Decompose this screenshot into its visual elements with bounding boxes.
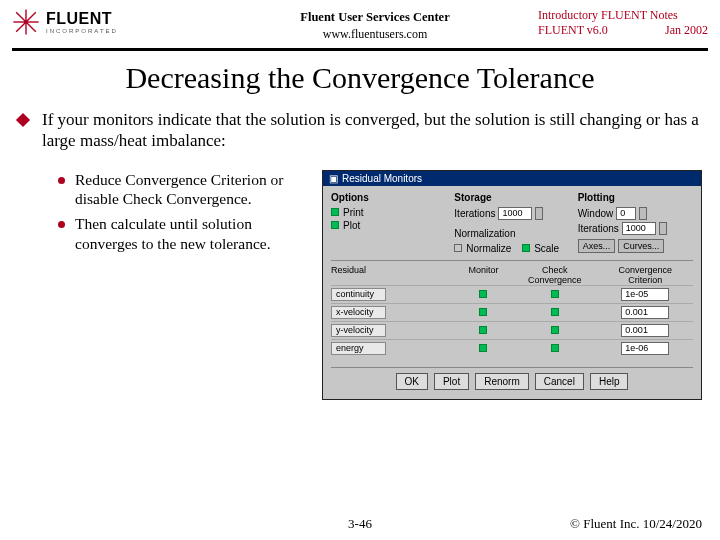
residual-row: energy1e-06 — [331, 339, 693, 357]
check-convergence-checkbox[interactable] — [551, 308, 559, 316]
scale-checkbox[interactable] — [522, 244, 530, 252]
header-right: Introductory FLUENT Notes FLUENT v6.0 Ja… — [538, 8, 708, 38]
residual-name: y-velocity — [331, 324, 386, 337]
logo-wordmark: FLUENT — [46, 10, 118, 28]
residual-name: energy — [331, 342, 386, 355]
residual-row: continuity1e-05 — [331, 285, 693, 303]
bullet-diamond-icon — [16, 113, 30, 127]
col-residual: Residual — [331, 265, 455, 285]
cancel-button[interactable]: Cancel — [535, 373, 584, 390]
dialog-button-row: OK Plot Renorm Cancel Help — [331, 367, 693, 395]
spinner-icon[interactable] — [535, 207, 543, 220]
ok-button[interactable]: OK — [396, 373, 428, 390]
bullet-dot-icon — [58, 221, 65, 228]
storage-group-label: Storage — [454, 192, 569, 203]
copyright: © Fluent Inc. 10/24/2020 — [570, 516, 702, 532]
intro-text: If your monitors indicate that the solut… — [42, 109, 702, 152]
spinner-icon[interactable] — [659, 222, 667, 235]
dialog-titlebar: ▣ Residual Monitors — [323, 171, 701, 186]
plotting-group-label: Plotting — [578, 192, 693, 203]
plot-iter-input[interactable]: 1000 — [622, 222, 656, 235]
bullet-list: Reduce Convergence Criterion or disable … — [18, 170, 308, 400]
help-button[interactable]: Help — [590, 373, 629, 390]
print-checkbox[interactable] — [331, 208, 339, 216]
slide-header: FLUENT INCORPORATED Fluent User Services… — [0, 0, 720, 42]
monitor-checkbox[interactable] — [479, 308, 487, 316]
window-input[interactable]: 0 — [616, 207, 636, 220]
svg-line-6 — [26, 22, 36, 32]
plot-iter-label: Iterations — [578, 223, 619, 234]
svg-line-5 — [16, 12, 26, 22]
plot-label: Plot — [343, 220, 360, 231]
window-icon: ▣ — [329, 173, 338, 184]
svg-line-8 — [16, 22, 26, 32]
criterion-input[interactable]: 0.001 — [621, 306, 669, 319]
svg-line-7 — [26, 12, 36, 22]
header-divider — [12, 48, 708, 51]
normalization-label: Normalization — [454, 228, 569, 239]
header-notes-line: Introductory FLUENT Notes — [538, 8, 708, 23]
storage-iter-label: Iterations — [454, 208, 495, 219]
dialog-title-text: Residual Monitors — [342, 173, 422, 184]
monitor-checkbox[interactable] — [479, 326, 487, 334]
window-label: Window — [578, 208, 614, 219]
slide-title: Decreasing the Convergence Tolerance — [0, 61, 720, 95]
residual-name: x-velocity — [331, 306, 386, 319]
page-number: 3-46 — [348, 516, 372, 532]
print-label: Print — [343, 207, 364, 218]
logo-block: FLUENT INCORPORATED — [12, 8, 212, 36]
scale-label: Scale — [534, 243, 559, 254]
header-center: Fluent User Services Center www.fluentus… — [212, 10, 538, 42]
slide-footer: 3-46 © Fluent Inc. 10/24/2020 — [0, 516, 720, 532]
residual-row: x-velocity0.001 — [331, 303, 693, 321]
bullet-item: Reduce Convergence Criterion or disable … — [75, 170, 308, 209]
residual-table-header: Residual Monitor CheckConvergence Conver… — [331, 265, 693, 285]
header-center-title: Fluent User Services Center — [212, 10, 538, 25]
monitor-checkbox[interactable] — [479, 290, 487, 298]
axes-button[interactable]: Axes... — [578, 239, 616, 253]
logo-starburst-icon — [12, 8, 40, 36]
curves-button[interactable]: Curves... — [618, 239, 664, 253]
criterion-input[interactable]: 1e-06 — [621, 342, 669, 355]
normalize-checkbox[interactable] — [454, 244, 462, 252]
header-center-url: www.fluentusers.com — [212, 27, 538, 42]
monitor-checkbox[interactable] — [479, 344, 487, 352]
residual-monitors-dialog: ▣ Residual Monitors Options Print Plot S… — [322, 170, 702, 400]
logo-subtext: INCORPORATED — [46, 28, 118, 34]
criterion-input[interactable]: 0.001 — [621, 324, 669, 337]
check-convergence-checkbox[interactable] — [551, 326, 559, 334]
plot-button[interactable]: Plot — [434, 373, 469, 390]
renorm-button[interactable]: Renorm — [475, 373, 529, 390]
criterion-input[interactable]: 1e-05 — [621, 288, 669, 301]
check-convergence-checkbox[interactable] — [551, 290, 559, 298]
options-group-label: Options — [331, 192, 446, 203]
check-convergence-checkbox[interactable] — [551, 344, 559, 352]
header-version: FLUENT v6.0 — [538, 23, 608, 38]
header-date: Jan 2002 — [665, 23, 708, 38]
storage-iter-input[interactable]: 1000 — [498, 207, 532, 220]
col-monitor: Monitor — [455, 265, 512, 285]
spinner-icon[interactable] — [639, 207, 647, 220]
residual-row: y-velocity0.001 — [331, 321, 693, 339]
residual-name: continuity — [331, 288, 386, 301]
plot-checkbox[interactable] — [331, 221, 339, 229]
bullet-dot-icon — [58, 177, 65, 184]
normalize-label: Normalize — [466, 243, 511, 254]
bullet-item: Then calculate until solution converges … — [75, 214, 308, 253]
